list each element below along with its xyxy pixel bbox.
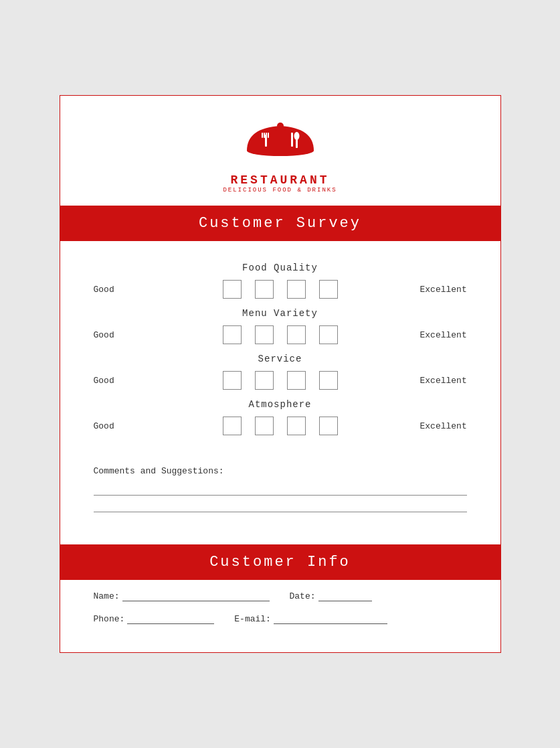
atmosphere-checkboxes	[223, 417, 338, 435]
svg-rect-4	[262, 133, 263, 138]
atmosphere-cb-4[interactable]	[319, 417, 338, 435]
menu-variety-cb-3[interactable]	[287, 325, 306, 344]
food-quality-label: Food Quality	[94, 263, 467, 273]
food-quality-row: Good Excellent	[94, 280, 467, 299]
atmosphere-cb-2[interactable]	[255, 417, 274, 435]
restaurant-name: RESTAURANT	[230, 173, 329, 187]
date-label: Date:	[290, 591, 316, 601]
svg-point-2	[275, 127, 286, 131]
survey-form: RESTAURANT DELICIOUS FOOD & DRINKS Custo…	[60, 95, 501, 653]
food-quality-cb-1[interactable]	[223, 280, 242, 299]
atmosphere-high: Excellent	[420, 421, 467, 431]
service-checkboxes	[223, 371, 338, 390]
food-quality-cb-2[interactable]	[255, 280, 274, 299]
food-quality-checkboxes	[223, 280, 338, 299]
email-input-line[interactable]	[274, 613, 387, 624]
menu-variety-cb-2[interactable]	[255, 325, 274, 344]
phone-email-row: Phone: E-mail:	[94, 613, 467, 624]
service-cb-4[interactable]	[319, 371, 338, 390]
phone-field: Phone:	[94, 613, 215, 624]
service-cb-3[interactable]	[287, 371, 306, 390]
svg-rect-6	[266, 133, 267, 138]
menu-variety-low: Good	[94, 330, 141, 340]
service-high: Excellent	[420, 376, 467, 386]
comment-line-1	[94, 495, 467, 496]
atmosphere-cb-1[interactable]	[223, 417, 242, 435]
comment-line-2	[94, 512, 467, 512]
survey-banner: Customer Survey	[60, 206, 500, 241]
survey-section: Food Quality Good Excellent Menu Variety…	[60, 241, 500, 459]
menu-variety-high: Excellent	[420, 330, 467, 340]
service-cb-1[interactable]	[223, 371, 242, 390]
name-date-row: Name: Date:	[94, 591, 467, 601]
service-label: Service	[94, 354, 467, 364]
date-input-line[interactable]	[318, 591, 372, 601]
svg-point-10	[294, 132, 299, 140]
name-field: Name:	[94, 591, 270, 601]
atmosphere-label: Atmosphere	[94, 399, 467, 410]
menu-variety-checkboxes	[223, 325, 338, 344]
atmosphere-low: Good	[94, 421, 141, 431]
info-section: Name: Date: Phone: E-mail:	[60, 580, 500, 652]
atmosphere-row: Good Excellent	[94, 417, 467, 435]
comments-section: Comments and Suggestions:	[60, 459, 500, 544]
phone-label: Phone:	[94, 614, 125, 624]
name-input-line[interactable]	[122, 591, 270, 601]
info-banner: Customer Info	[60, 544, 500, 580]
phone-input-line[interactable]	[127, 613, 214, 624]
atmosphere-cb-3[interactable]	[287, 417, 306, 435]
food-quality-low: Good	[94, 285, 141, 295]
menu-variety-label: Menu Variety	[94, 308, 467, 319]
restaurant-tagline: DELICIOUS FOOD & DRINKS	[223, 187, 337, 194]
date-field: Date:	[290, 591, 372, 601]
logo-area: RESTAURANT DELICIOUS FOOD & DRINKS	[60, 96, 500, 206]
name-label: Name:	[94, 591, 120, 601]
food-quality-high: Excellent	[420, 285, 467, 295]
svg-rect-5	[264, 133, 265, 138]
menu-variety-cb-4[interactable]	[319, 325, 338, 344]
menu-variety-cb-1[interactable]	[223, 325, 242, 344]
service-low: Good	[94, 376, 141, 386]
email-label: E-mail:	[234, 614, 271, 624]
food-quality-cb-4[interactable]	[319, 280, 338, 299]
service-cb-2[interactable]	[255, 371, 274, 390]
service-row: Good Excellent	[94, 371, 467, 390]
menu-variety-row: Good Excellent	[94, 325, 467, 344]
comments-label: Comments and Suggestions:	[94, 466, 467, 476]
email-field: E-mail:	[234, 613, 387, 624]
food-quality-cb-3[interactable]	[287, 280, 306, 299]
restaurant-logo-icon	[237, 116, 324, 169]
svg-rect-7	[268, 133, 269, 138]
